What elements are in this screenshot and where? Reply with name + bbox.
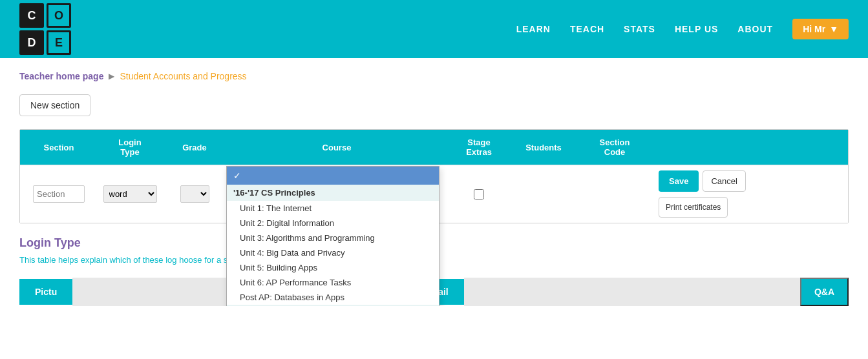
section-code-cell: [576, 188, 653, 201]
group-cs-fundamentals: CS Fundamentals: [227, 305, 439, 306]
col-extra: [744, 130, 809, 165]
col-section-code: SectionCode: [576, 130, 653, 165]
breadcrumb-home-link[interactable]: Teacher home page: [19, 71, 103, 81]
col-stage-extras: StageExtras: [447, 130, 511, 165]
course-dropdown-menu: ✓ '16-'17 CS Principles Unit 1: The Inte…: [226, 166, 439, 306]
course-item-post-ap[interactable]: Post AP: Databases in Apps: [227, 290, 439, 305]
dropdown-items-list: '16-'17 CS Principles Unit 1: The Intern…: [227, 185, 439, 306]
save-button[interactable]: Save: [659, 170, 699, 192]
logo-c: C: [19, 3, 44, 28]
user-menu-button[interactable]: Hi Mr ▼: [792, 19, 849, 39]
course-item-unit5[interactable]: Unit 5: Building Apps: [227, 260, 439, 275]
dropdown-header: ✓: [227, 167, 439, 185]
col-actions: [653, 130, 744, 165]
col-grade: Grade: [162, 130, 227, 165]
course-item-unit1[interactable]: Unit 1: The Internet: [227, 201, 439, 216]
sections-table: Section LoginType Grade Course StageExtr…: [19, 129, 849, 223]
course-item-unit6[interactable]: Unit 6: AP Performance Tasks: [227, 275, 439, 290]
logo-o: O: [47, 3, 71, 28]
col-login-type: LoginType: [98, 130, 162, 165]
nav-help[interactable]: HELP US: [675, 24, 718, 34]
breadcrumb: Teacher home page ▶ Student Accounts and…: [0, 58, 868, 88]
group-cs-principles: '16-'17 CS Principles: [227, 185, 439, 201]
grade-select[interactable]: K 1 2 3 4 5 6 7 8 9 10 11 12: [180, 185, 209, 203]
table-header: Section LoginType Grade Course StageExtr…: [20, 130, 848, 165]
nav: LEARN TEACH STATS HELP US ABOUT Hi Mr ▼: [516, 19, 849, 39]
logo: C O D E: [19, 3, 71, 55]
breadcrumb-current: Student Accounts and Progress: [120, 71, 246, 81]
col-section: Section: [20, 130, 98, 165]
nav-about[interactable]: ABOUT: [737, 24, 773, 34]
stage-extras-checkbox[interactable]: [474, 189, 484, 200]
section-name-input[interactable]: [33, 185, 85, 203]
tab-qna[interactable]: Q&A: [800, 278, 849, 306]
primary-actions: Save Cancel: [659, 170, 746, 192]
col-course: Course: [227, 130, 447, 165]
course-item-unit2[interactable]: Unit 2: Digital Information: [227, 216, 439, 231]
cancel-button[interactable]: Cancel: [703, 170, 745, 192]
nav-teach[interactable]: TEACH: [570, 24, 604, 34]
print-certificates-button[interactable]: Print certificates: [659, 197, 728, 218]
new-section-button[interactable]: New section: [19, 94, 90, 116]
breadcrumb-separator: ▶: [109, 72, 114, 81]
new-section-area: New section: [0, 88, 868, 129]
action-buttons-cell: Save Cancel Print certificates: [653, 165, 744, 223]
login-type-select[interactable]: word email google facebook: [103, 185, 157, 203]
col-students: Students: [511, 130, 576, 165]
course-item-unit3[interactable]: Unit 3: Algorithms and Programming: [227, 231, 439, 245]
tab-spacer-2: [464, 278, 800, 306]
chevron-down-icon: ▼: [829, 24, 838, 34]
logo-d: D: [19, 30, 44, 55]
check-icon: ✓: [233, 170, 241, 181]
login-type-cell: word email google facebook: [98, 179, 162, 209]
logo-e: E: [47, 30, 71, 55]
grade-cell: K 1 2 3 4 5 6 7 8 9 10 11 12: [162, 179, 227, 209]
course-item-unit4[interactable]: Unit 4: Big Data and Privacy: [227, 245, 439, 260]
tab-picture[interactable]: Pictu: [19, 279, 72, 305]
nav-stats[interactable]: STATS: [624, 24, 655, 34]
students-cell: [511, 188, 576, 201]
header: C O D E LEARN TEACH STATS HELP US ABOUT …: [0, 0, 868, 58]
extra-cell: [744, 188, 809, 201]
nav-learn[interactable]: LEARN: [516, 24, 551, 34]
section-name-cell: [20, 179, 98, 209]
stage-extras-cell: [447, 183, 511, 206]
